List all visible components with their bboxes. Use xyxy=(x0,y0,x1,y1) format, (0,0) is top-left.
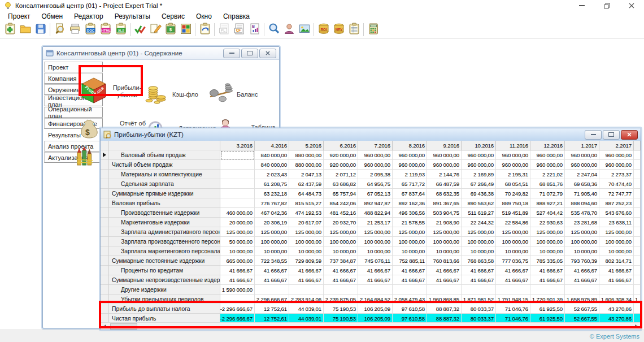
value-cell[interactable]: 10 000,00 xyxy=(530,246,565,256)
value-cell[interactable]: 10 000,00 xyxy=(565,246,599,256)
value-cell[interactable] xyxy=(220,150,255,160)
minimize-icon[interactable] xyxy=(223,49,240,58)
value-cell[interactable]: 960 000,00 xyxy=(530,150,565,160)
print-button[interactable] xyxy=(67,22,82,37)
value-cell[interactable]: 125 000,00 xyxy=(255,227,289,237)
value-cell[interactable]: 2 239 875,05 xyxy=(324,295,358,304)
value-cell[interactable]: 125 000,00 xyxy=(358,227,393,237)
value-cell[interactable]: 100 000,00 xyxy=(427,237,462,246)
scroll-left-icon[interactable] xyxy=(101,323,109,330)
value-cell[interactable]: 100 000,00 xyxy=(462,237,496,246)
value-cell[interactable]: 41 666,67 xyxy=(324,266,358,275)
value-cell[interactable]: 100 000,00 xyxy=(599,237,634,246)
value-cell[interactable]: 125 000,00 xyxy=(565,227,599,237)
value-cell[interactable]: 892 162,36 xyxy=(393,198,427,208)
column-header[interactable]: 7.2016 xyxy=(358,141,393,150)
value-cell[interactable]: 100 000,00 xyxy=(255,237,289,246)
value-cell[interactable]: 815 515,27 xyxy=(289,198,324,208)
value-cell[interactable]: 802 314,71 xyxy=(599,256,634,266)
value-cell[interactable]: 496 306,56 xyxy=(393,208,427,218)
value-cell[interactable]: 474 192,53 xyxy=(289,208,324,218)
value-cell[interactable]: 66 487,59 xyxy=(427,179,462,189)
value-cell[interactable]: 752 885,11 xyxy=(393,256,427,266)
value-cell[interactable]: 41 666,67 xyxy=(393,266,427,275)
value-cell[interactable]: 21 578,55 xyxy=(393,218,427,227)
value-cell[interactable]: 10 000,00 xyxy=(462,246,496,256)
value-cell[interactable]: 43 270,86 xyxy=(599,304,634,314)
modules-button[interactable] xyxy=(178,22,193,37)
value-cell[interactable] xyxy=(599,285,634,295)
column-header[interactable]: 1.2017 xyxy=(565,141,599,150)
value-cell[interactable] xyxy=(220,160,255,170)
value-cell[interactable] xyxy=(220,170,255,179)
pl-table-titlebar[interactable]: Прибыли-убытки (KZT) xyxy=(101,128,641,141)
value-cell[interactable]: 10 000,00 xyxy=(599,246,634,256)
table-row[interactable]: Другие издержки1 590 000,00 xyxy=(101,285,641,295)
value-cell[interactable]: 785 335,05 xyxy=(530,256,565,266)
value-cell[interactable]: 70 249,82 xyxy=(496,189,530,198)
value-cell[interactable]: 2 283 914,06 xyxy=(289,295,324,304)
pl-report-button[interactable]: PL xyxy=(216,22,232,37)
value-cell[interactable]: 52 667,55 xyxy=(565,304,599,314)
value-cell[interactable]: 2 195,31 xyxy=(496,170,530,179)
value-cell[interactable]: 2 095,38 xyxy=(358,170,393,179)
save-button[interactable] xyxy=(33,22,48,37)
value-cell[interactable] xyxy=(565,285,599,295)
menu-item[interactable]: Сервис xyxy=(156,12,190,20)
value-cell[interactable]: 41 666,67 xyxy=(358,266,393,275)
value-cell[interactable]: 960 000,00 xyxy=(358,160,393,170)
value-cell[interactable]: 125 000,00 xyxy=(393,227,427,237)
value-cell[interactable]: -2 296 666,67 xyxy=(220,304,255,314)
value-cell[interactable]: 70 474,40 xyxy=(599,179,634,189)
value-cell[interactable]: 729 809,59 xyxy=(289,256,324,266)
table-row[interactable]: Маркетинговые издержки20 000,0020 306,19… xyxy=(101,218,641,227)
value-cell[interactable]: 68 054,51 xyxy=(496,179,530,189)
value-cell[interactable]: 776 767,82 xyxy=(255,198,289,208)
value-cell[interactable]: 41 666,67 xyxy=(324,275,358,285)
value-cell[interactable]: 543 676,60 xyxy=(599,208,634,218)
value-cell[interactable]: 777 036,75 xyxy=(496,256,530,266)
value-cell[interactable]: 2 169,89 xyxy=(462,170,496,179)
value-cell[interactable]: 67 052,13 xyxy=(358,189,393,198)
value-cell[interactable]: 10 000,00 xyxy=(496,246,530,256)
value-cell[interactable]: 890 563,62 xyxy=(462,198,496,208)
table-row[interactable]: Валовый объем продаж840 000,00880 000,00… xyxy=(101,150,641,160)
value-cell[interactable]: 2 247,04 xyxy=(565,170,599,179)
value-cell[interactable]: 960 000,00 xyxy=(565,150,599,160)
cf-report-button[interactable]: CF xyxy=(232,22,247,37)
value-cell[interactable]: 125 000,00 xyxy=(599,227,634,237)
grid-item-profit-loss[interactable]: Profit Loss Прибыли-убытки xyxy=(80,77,144,106)
value-cell[interactable]: 62 437,59 xyxy=(289,179,324,189)
minimize-icon[interactable] xyxy=(585,130,602,140)
column-header[interactable]: 12.2016 xyxy=(530,141,565,150)
value-cell[interactable]: 41 666,67 xyxy=(358,275,393,285)
value-cell[interactable]: 41 666,67 xyxy=(496,266,530,275)
value-cell[interactable]: 61 208,75 xyxy=(255,179,289,189)
value-cell[interactable]: 41 666,67 xyxy=(220,266,255,275)
value-cell[interactable]: 737 384,87 xyxy=(324,256,358,266)
value-cell[interactable]: 125 000,00 xyxy=(289,227,324,237)
value-cell[interactable]: 41 666,67 xyxy=(496,275,530,285)
restore-icon[interactable] xyxy=(594,0,619,11)
value-cell[interactable]: 88 887,32 xyxy=(427,304,462,314)
value-cell[interactable]: 41 666,67 xyxy=(289,275,324,285)
value-cell[interactable]: 41 666,67 xyxy=(427,275,462,285)
value-cell[interactable]: 511 619,27 xyxy=(462,208,496,218)
value-cell[interactable]: 68 632,35 xyxy=(427,189,462,198)
value-cell[interactable]: 67 266,49 xyxy=(462,179,496,189)
column-header[interactable]: 3.2016 xyxy=(220,141,255,150)
value-cell[interactable]: 44 039,01 xyxy=(289,304,324,314)
value-cell[interactable]: 69 658,36 xyxy=(565,179,599,189)
value-cell[interactable]: 960 000,00 xyxy=(462,150,496,160)
value-cell[interactable]: 892 947,87 xyxy=(358,198,393,208)
value-cell[interactable]: 10 000,00 xyxy=(324,246,358,256)
menu-item[interactable]: Обмен xyxy=(36,12,69,20)
value-cell[interactable]: 1 720 901,39 xyxy=(530,295,565,304)
value-cell[interactable]: 41 666,67 xyxy=(393,275,427,285)
value-cell[interactable] xyxy=(427,285,462,295)
value-cell[interactable] xyxy=(496,285,530,295)
value-cell[interactable]: 960 000,00 xyxy=(393,160,427,170)
value-cell[interactable]: 960 000,00 xyxy=(462,160,496,170)
value-cell[interactable]: 125 000,00 xyxy=(324,227,358,237)
minimize-icon[interactable] xyxy=(569,0,594,11)
